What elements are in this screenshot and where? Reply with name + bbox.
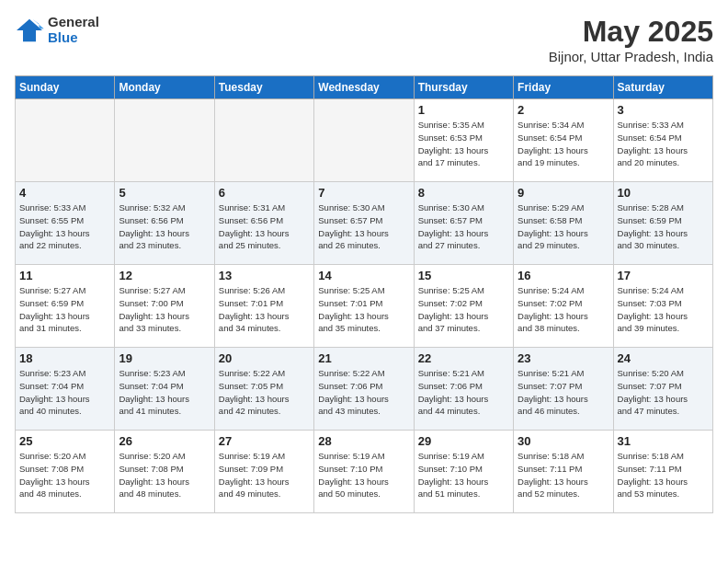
day-info: Sunrise: 5:30 AM Sunset: 6:57 PM Dayligh… xyxy=(318,201,409,252)
day-info: Sunrise: 5:25 AM Sunset: 7:01 PM Dayligh… xyxy=(318,284,409,335)
calendar-week-row: 11Sunrise: 5:27 AM Sunset: 6:59 PM Dayli… xyxy=(16,265,713,348)
calendar-cell: 30Sunrise: 5:18 AM Sunset: 7:11 PM Dayli… xyxy=(514,431,613,513)
logo-icon xyxy=(15,17,44,43)
calendar-cell: 2Sunrise: 5:34 AM Sunset: 6:54 PM Daylig… xyxy=(514,99,613,182)
calendar-cell: 27Sunrise: 5:19 AM Sunset: 7:09 PM Dayli… xyxy=(214,431,313,513)
day-number: 22 xyxy=(418,351,509,365)
logo-text: General Blue xyxy=(48,15,99,45)
calendar-cell: 16Sunrise: 5:24 AM Sunset: 7:02 PM Dayli… xyxy=(514,265,613,348)
calendar-week-row: 25Sunrise: 5:20 AM Sunset: 7:08 PM Dayli… xyxy=(16,431,713,513)
calendar-cell: 20Sunrise: 5:22 AM Sunset: 7:05 PM Dayli… xyxy=(214,348,313,431)
day-info: Sunrise: 5:22 AM Sunset: 7:06 PM Dayligh… xyxy=(318,367,409,418)
day-number: 23 xyxy=(518,351,609,365)
day-number: 1 xyxy=(418,103,509,117)
day-info: Sunrise: 5:18 AM Sunset: 7:11 PM Dayligh… xyxy=(518,450,609,500)
calendar-cell: 6Sunrise: 5:31 AM Sunset: 6:56 PM Daylig… xyxy=(214,182,313,265)
logo-blue-text: Blue xyxy=(48,30,99,46)
day-number: 13 xyxy=(219,269,310,282)
day-info: Sunrise: 5:27 AM Sunset: 6:59 PM Dayligh… xyxy=(19,284,110,335)
weekday-header-row: SundayMondayTuesdayWednesdayThursdayFrid… xyxy=(16,76,713,99)
calendar-table: SundayMondayTuesdayWednesdayThursdayFrid… xyxy=(15,75,713,513)
day-info: Sunrise: 5:18 AM Sunset: 7:11 PM Dayligh… xyxy=(618,450,709,500)
day-number: 16 xyxy=(518,269,609,282)
title-area: May 2025 Bijnor, Uttar Pradesh, India xyxy=(549,15,713,64)
day-number: 2 xyxy=(518,103,609,117)
day-info: Sunrise: 5:22 AM Sunset: 7:05 PM Dayligh… xyxy=(219,367,310,418)
day-info: Sunrise: 5:31 AM Sunset: 6:56 PM Dayligh… xyxy=(219,201,310,252)
weekday-header-tuesday: Tuesday xyxy=(214,76,313,99)
calendar-cell xyxy=(314,99,414,182)
calendar-cell: 11Sunrise: 5:27 AM Sunset: 6:59 PM Dayli… xyxy=(16,265,115,348)
weekday-header-sunday: Sunday xyxy=(16,76,115,99)
day-number: 12 xyxy=(119,269,210,282)
day-number: 31 xyxy=(618,434,709,448)
calendar-cell: 17Sunrise: 5:24 AM Sunset: 7:03 PM Dayli… xyxy=(613,265,712,348)
day-number: 11 xyxy=(19,269,110,282)
day-number: 30 xyxy=(518,434,609,448)
weekday-header-friday: Friday xyxy=(514,76,613,99)
day-number: 15 xyxy=(418,269,509,282)
day-info: Sunrise: 5:24 AM Sunset: 7:02 PM Dayligh… xyxy=(518,284,609,335)
location-title: Bijnor, Uttar Pradesh, India xyxy=(549,49,713,64)
calendar-cell: 15Sunrise: 5:25 AM Sunset: 7:02 PM Dayli… xyxy=(414,265,513,348)
calendar-cell: 9Sunrise: 5:29 AM Sunset: 6:58 PM Daylig… xyxy=(514,182,613,265)
day-number: 3 xyxy=(618,103,709,117)
day-info: Sunrise: 5:23 AM Sunset: 7:04 PM Dayligh… xyxy=(119,367,210,418)
calendar-cell: 12Sunrise: 5:27 AM Sunset: 7:00 PM Dayli… xyxy=(115,265,214,348)
calendar-cell: 1Sunrise: 5:35 AM Sunset: 6:53 PM Daylig… xyxy=(414,99,513,182)
day-info: Sunrise: 5:27 AM Sunset: 7:00 PM Dayligh… xyxy=(119,284,210,335)
calendar-cell: 19Sunrise: 5:23 AM Sunset: 7:04 PM Dayli… xyxy=(115,348,214,431)
day-info: Sunrise: 5:26 AM Sunset: 7:01 PM Dayligh… xyxy=(219,284,310,335)
day-info: Sunrise: 5:33 AM Sunset: 6:54 PM Dayligh… xyxy=(618,119,709,169)
day-number: 18 xyxy=(19,351,110,365)
day-number: 10 xyxy=(618,186,709,200)
day-info: Sunrise: 5:28 AM Sunset: 6:59 PM Dayligh… xyxy=(618,201,709,252)
day-info: Sunrise: 5:33 AM Sunset: 6:55 PM Dayligh… xyxy=(19,201,110,252)
calendar-cell: 26Sunrise: 5:20 AM Sunset: 7:08 PM Dayli… xyxy=(115,431,214,513)
calendar-cell: 28Sunrise: 5:19 AM Sunset: 7:10 PM Dayli… xyxy=(314,431,414,513)
day-info: Sunrise: 5:20 AM Sunset: 7:08 PM Dayligh… xyxy=(119,450,210,500)
weekday-header-thursday: Thursday xyxy=(414,76,513,99)
logo: General Blue xyxy=(15,15,99,45)
day-number: 25 xyxy=(19,434,110,448)
calendar-cell xyxy=(16,99,115,182)
day-info: Sunrise: 5:20 AM Sunset: 7:07 PM Dayligh… xyxy=(618,367,709,418)
calendar-cell: 3Sunrise: 5:33 AM Sunset: 6:54 PM Daylig… xyxy=(613,99,712,182)
svg-marker-0 xyxy=(17,18,42,41)
day-info: Sunrise: 5:19 AM Sunset: 7:10 PM Dayligh… xyxy=(418,450,509,500)
day-number: 26 xyxy=(119,434,210,448)
weekday-header-saturday: Saturday xyxy=(613,76,712,99)
calendar-cell: 8Sunrise: 5:30 AM Sunset: 6:57 PM Daylig… xyxy=(414,182,513,265)
day-info: Sunrise: 5:35 AM Sunset: 6:53 PM Dayligh… xyxy=(418,119,509,169)
day-number: 19 xyxy=(119,351,210,365)
day-number: 7 xyxy=(318,186,409,200)
day-number: 28 xyxy=(318,434,409,448)
day-info: Sunrise: 5:30 AM Sunset: 6:57 PM Dayligh… xyxy=(418,201,509,252)
day-number: 17 xyxy=(618,269,709,282)
calendar-week-row: 1Sunrise: 5:35 AM Sunset: 6:53 PM Daylig… xyxy=(16,99,713,182)
day-info: Sunrise: 5:34 AM Sunset: 6:54 PM Dayligh… xyxy=(518,119,609,169)
day-number: 4 xyxy=(19,186,110,200)
calendar-cell: 22Sunrise: 5:21 AM Sunset: 7:06 PM Dayli… xyxy=(414,348,513,431)
day-number: 20 xyxy=(219,351,310,365)
calendar-cell: 21Sunrise: 5:22 AM Sunset: 7:06 PM Dayli… xyxy=(314,348,414,431)
day-number: 5 xyxy=(119,186,210,200)
day-number: 6 xyxy=(219,186,310,200)
calendar-cell xyxy=(214,99,313,182)
day-info: Sunrise: 5:21 AM Sunset: 7:06 PM Dayligh… xyxy=(418,367,509,418)
calendar-cell: 13Sunrise: 5:26 AM Sunset: 7:01 PM Dayli… xyxy=(214,265,313,348)
day-number: 29 xyxy=(418,434,509,448)
day-info: Sunrise: 5:32 AM Sunset: 6:56 PM Dayligh… xyxy=(119,201,210,252)
day-info: Sunrise: 5:25 AM Sunset: 7:02 PM Dayligh… xyxy=(418,284,509,335)
day-number: 8 xyxy=(418,186,509,200)
day-number: 9 xyxy=(518,186,609,200)
calendar-week-row: 4Sunrise: 5:33 AM Sunset: 6:55 PM Daylig… xyxy=(16,182,713,265)
weekday-header-monday: Monday xyxy=(115,76,214,99)
calendar-cell: 7Sunrise: 5:30 AM Sunset: 6:57 PM Daylig… xyxy=(314,182,414,265)
day-info: Sunrise: 5:23 AM Sunset: 7:04 PM Dayligh… xyxy=(19,367,110,418)
calendar-cell: 24Sunrise: 5:20 AM Sunset: 7:07 PM Dayli… xyxy=(613,348,712,431)
day-number: 21 xyxy=(318,351,409,365)
day-info: Sunrise: 5:19 AM Sunset: 7:09 PM Dayligh… xyxy=(219,450,310,500)
day-info: Sunrise: 5:24 AM Sunset: 7:03 PM Dayligh… xyxy=(618,284,709,335)
day-info: Sunrise: 5:21 AM Sunset: 7:07 PM Dayligh… xyxy=(518,367,609,418)
